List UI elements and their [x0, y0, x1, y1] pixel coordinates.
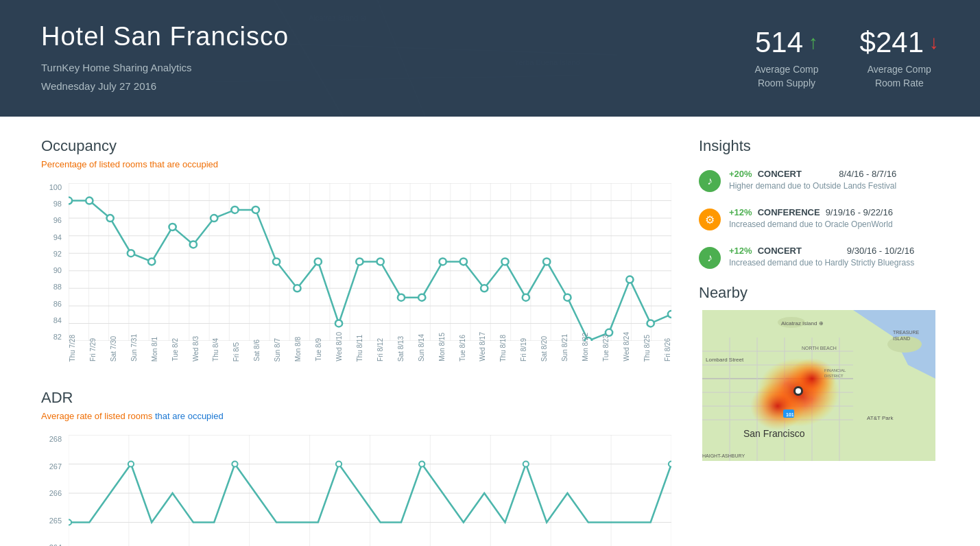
svg-point-68 — [481, 285, 488, 292]
insight-item-1: ♪ +20% CONCERT 8/4/16 - 8/7/16 Higher de… — [699, 169, 939, 192]
svg-point-67 — [460, 258, 467, 265]
svg-text:Lombard Street: Lombard Street — [706, 357, 744, 363]
stat-label-supply: Average Comp Room Supply — [754, 63, 818, 90]
left-panel: Occupancy Percentage of listed rooms tha… — [41, 137, 699, 546]
insight-header-3: +12% CONCERT 9/30/16 - 10/2/16 — [729, 246, 914, 256]
svg-point-76 — [647, 320, 654, 327]
insight-pct-3: +12% — [729, 246, 752, 256]
insight-item-3: ♪ +12% CONCERT 9/30/16 - 10/2/16 Increas… — [699, 246, 939, 269]
adr-title: ADR — [41, 389, 671, 407]
svg-point-70 — [523, 294, 529, 301]
stat-comp-room-rate: $241 ↓ Average Comp Room Rate — [860, 26, 939, 90]
svg-text:San Francisco: San Francisco — [743, 428, 805, 439]
svg-text:Yerba Buena Island: Yerba Buena Island — [514, 58, 580, 67]
svg-point-56 — [231, 206, 238, 213]
insight-type-1: CONCERT — [758, 169, 802, 179]
insight-type-2: CONFERENCE — [758, 207, 820, 217]
svg-point-99 — [523, 462, 529, 467]
insight-content-2: +12% CONFERENCE 9/19/16 - 9/22/16 Increa… — [729, 207, 893, 229]
insight-date-1: 8/4/16 - 8/7/16 — [839, 169, 896, 179]
supply-number: 514 — [755, 26, 803, 59]
svg-point-97 — [336, 462, 342, 467]
subtitle-line2: Wednesday July 27 2016 — [41, 77, 289, 95]
adr-y-labels: 268 267 266 265 264 — [41, 435, 65, 546]
svg-point-60 — [315, 258, 322, 265]
arrow-down-icon: ↓ — [929, 32, 939, 54]
insight-desc-1: Higher demand due to Outside Lands Festi… — [729, 181, 896, 191]
svg-point-71 — [543, 258, 550, 265]
insight-icon-concert-1: ♪ — [699, 170, 721, 192]
header-left: Hotel San Francisco TurnKey Home Sharing… — [41, 22, 289, 95]
stat-label-rate: Average Comp Room Rate — [860, 63, 939, 90]
insight-date-3: 9/30/16 - 10/2/16 — [847, 246, 914, 256]
right-panel: Insights ♪ +20% CONCERT 8/4/16 - 8/7/16 … — [699, 137, 939, 546]
nearby-section: Nearby Alcatraz Island ⊕ TREASURE I — [699, 284, 939, 461]
adr-chart: 268 267 266 265 264 — [41, 435, 671, 546]
insight-header-1: +20% CONCERT 8/4/16 - 8/7/16 — [729, 169, 896, 179]
svg-point-69 — [501, 258, 508, 265]
insight-desc-2: Increased demand due to Oracle OpenWorld — [729, 219, 893, 229]
svg-text:DISTRICT: DISTRICT — [824, 374, 844, 378]
svg-text:NORTH BEACH: NORTH BEACH — [802, 346, 837, 351]
svg-text:Alcatraz Island ⊕: Alcatraz Island ⊕ — [781, 320, 824, 327]
svg-point-51 — [128, 250, 134, 257]
svg-point-55 — [211, 215, 217, 222]
insight-desc-3: Increased demand due to Hardly Strictly … — [729, 258, 914, 268]
insight-type-3: CONCERT — [758, 246, 802, 256]
occupancy-x-labels: Thu 7/28 Fri 7/29 Sat 7/30 Sun 7/31 Mon … — [69, 341, 671, 361]
occupancy-svg — [69, 183, 671, 341]
svg-point-65 — [418, 294, 425, 301]
svg-point-49 — [86, 198, 93, 204]
insight-icon-concert-2: ♪ — [699, 247, 721, 269]
svg-point-95 — [128, 462, 134, 467]
svg-point-125 — [796, 388, 801, 394]
svg-point-53 — [169, 224, 176, 230]
svg-point-64 — [398, 294, 405, 301]
insight-date-2: 9/19/16 - 9/22/16 — [826, 207, 893, 217]
adr-svg — [69, 435, 671, 546]
adr-section: ADR Average rate of listed rooms that ar… — [41, 389, 671, 546]
svg-point-94 — [69, 520, 71, 525]
svg-text:101: 101 — [786, 412, 794, 417]
svg-point-48 — [69, 198, 72, 204]
occupancy-chart: 100 98 96 94 92 90 88 86 84 82 — [41, 183, 671, 361]
main-content: Occupancy Percentage of listed rooms tha… — [0, 117, 980, 546]
adr-subtitle: Average rate of listed rooms that are oc… — [41, 411, 671, 421]
insight-content-1: +20% CONCERT 8/4/16 - 8/7/16 Higher dema… — [729, 169, 896, 191]
header-stats: 514 ↑ Average Comp Room Supply $241 ↓ Av… — [754, 26, 939, 90]
svg-point-75 — [626, 276, 633, 283]
stat-comp-room-supply: 514 ↑ Average Comp Room Supply — [754, 26, 818, 90]
svg-text:AT&T Park: AT&T Park — [867, 415, 894, 421]
svg-point-72 — [564, 294, 571, 301]
svg-point-52 — [148, 258, 155, 265]
insights-section: Insights ♪ +20% CONCERT 8/4/16 - 8/7/16 … — [699, 137, 939, 269]
svg-point-96 — [232, 462, 237, 467]
insight-pct-2: +12% — [729, 207, 752, 217]
svg-point-50 — [106, 215, 113, 222]
nearby-title: Nearby — [699, 284, 939, 302]
svg-point-100 — [669, 462, 671, 467]
svg-point-59 — [294, 285, 300, 292]
occupancy-subtitle: Percentage of listed rooms that are occu… — [41, 159, 671, 169]
svg-point-61 — [335, 320, 342, 327]
rate-number: $241 — [860, 26, 924, 59]
svg-point-57 — [252, 206, 259, 213]
occupancy-section: Occupancy Percentage of listed rooms tha… — [41, 137, 671, 361]
svg-point-66 — [439, 258, 446, 265]
insight-icon-conference: ⚙ — [699, 209, 721, 230]
svg-point-63 — [377, 258, 384, 265]
svg-text:HAIGHT-ASHBURY: HAIGHT-ASHBURY — [702, 453, 745, 458]
hotel-subtitle: TurnKey Home Sharing Analytics Wednesday… — [41, 58, 289, 95]
svg-text:ISLAND: ISLAND — [893, 336, 910, 341]
map-container[interactable]: Alcatraz Island ⊕ TREASURE ISLAND — [699, 310, 939, 461]
arrow-up-icon: ↑ — [809, 32, 818, 54]
svg-text:Alcatraz Island ⊕: Alcatraz Island ⊕ — [309, 14, 366, 22]
stat-value-supply: 514 ↑ — [754, 26, 818, 59]
svg-point-98 — [419, 462, 425, 467]
svg-text:TREASURE: TREASURE — [893, 330, 919, 335]
svg-point-62 — [356, 258, 363, 265]
insights-title: Insights — [699, 137, 939, 155]
subtitle-line1: TurnKey Home Sharing Analytics — [41, 58, 289, 77]
insight-item-2: ⚙ +12% CONFERENCE 9/19/16 - 9/22/16 Incr… — [699, 207, 939, 230]
svg-text:FINANCIAL: FINANCIAL — [824, 368, 846, 372]
